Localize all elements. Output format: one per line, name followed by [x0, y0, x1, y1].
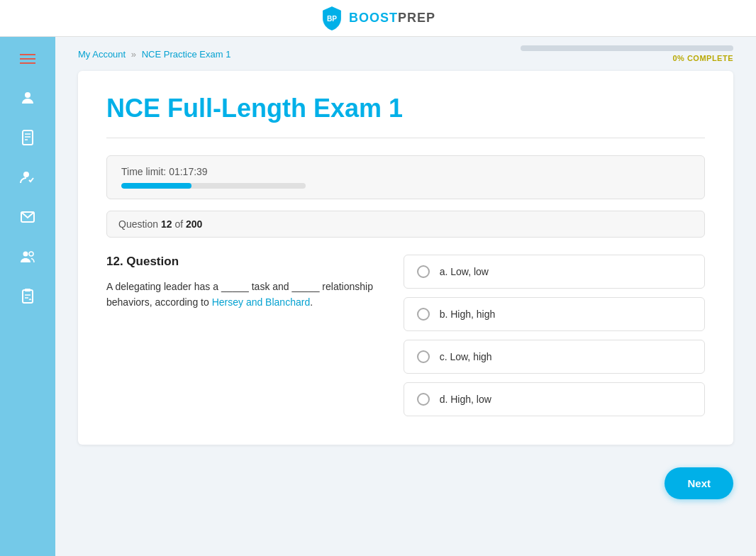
- answer-option-b[interactable]: b. High, high: [404, 297, 705, 331]
- question-counter-prefix: Question: [118, 218, 161, 230]
- next-button[interactable]: Next: [665, 467, 733, 499]
- breadcrumb: My Account » NCE Practice Exam 1: [78, 49, 230, 60]
- question-total-number: 200: [186, 218, 202, 230]
- document-icon: [19, 129, 36, 146]
- question-current-number: 12: [161, 218, 172, 230]
- sidebar-item-user-check[interactable]: [11, 160, 45, 194]
- question-counter: Question 12 of 200: [106, 211, 705, 238]
- svg-text:BP: BP: [327, 14, 337, 22]
- timer-label: Time limit: 01:17:39: [121, 166, 690, 177]
- radio-b[interactable]: [417, 308, 430, 321]
- breadcrumb-account-link[interactable]: My Account: [78, 49, 126, 60]
- logo: BP BOOSTPREP: [321, 6, 435, 31]
- sidebar-item-reports[interactable]: [11, 279, 45, 313]
- breadcrumb-bar: My Account » NCE Practice Exam 1 0% COMP…: [55, 37, 756, 65]
- answer-option-c[interactable]: c. Low, high: [404, 340, 705, 374]
- hersey-blanchard-link[interactable]: Hersey and Blanchard: [212, 296, 311, 308]
- progress-label: 0% COMPLETE: [672, 54, 733, 62]
- svg-point-1: [25, 92, 30, 98]
- radio-d[interactable]: [417, 393, 430, 406]
- report-icon: [19, 288, 36, 305]
- sidebar-item-users[interactable]: [11, 240, 45, 274]
- option-c-text: c. Low, high: [440, 351, 492, 362]
- logo-shield-icon: BP: [321, 6, 343, 31]
- timer-box: Time limit: 01:17:39: [106, 155, 705, 199]
- radio-a[interactable]: [417, 265, 430, 278]
- content-area: My Account » NCE Practice Exam 1 0% COMP…: [55, 37, 756, 556]
- envelope-icon: [19, 208, 36, 226]
- users-icon: [19, 248, 36, 265]
- timer-bar-outer: [121, 183, 306, 189]
- sidebar-item-document[interactable]: [11, 121, 45, 155]
- option-a-text: a. Low, low: [440, 266, 489, 277]
- question-text: A delegating leader has a _____ task and…: [106, 279, 381, 311]
- exam-title: NCE Full-Length Exam 1: [106, 94, 705, 123]
- progress-bar-outer: [521, 45, 733, 51]
- breadcrumb-separator: »: [131, 49, 136, 60]
- next-btn-container: Next: [55, 456, 756, 511]
- sidebar: [0, 37, 55, 556]
- svg-point-9: [29, 252, 33, 256]
- breadcrumb-exam-link[interactable]: NCE Practice Exam 1: [142, 49, 231, 60]
- answer-options: a. Low, low b. High, high c. Low, high: [404, 255, 705, 416]
- logo-text: BOOSTPREP: [349, 11, 435, 26]
- radio-c[interactable]: [417, 350, 430, 363]
- timer-bar-inner: [121, 183, 191, 189]
- svg-point-8: [23, 252, 28, 257]
- svg-rect-11: [25, 289, 30, 291]
- answer-option-a[interactable]: a. Low, low: [404, 255, 705, 289]
- sidebar-item-user[interactable]: [11, 81, 45, 115]
- progress-bar-container: 0% COMPLETE: [521, 45, 733, 62]
- top-header: BP BOOSTPREP: [0, 0, 756, 37]
- exam-divider: [106, 138, 705, 138]
- question-number-title: 12. Question: [106, 255, 381, 269]
- question-left: 12. Question A delegating leader has a _…: [106, 255, 381, 416]
- exam-card: NCE Full-Length Exam 1 Time limit: 01:17…: [78, 71, 733, 445]
- user-check-icon: [19, 169, 36, 186]
- svg-rect-2: [23, 130, 33, 145]
- sidebar-menu-button[interactable]: [14, 48, 41, 70]
- question-counter-middle: of: [172, 218, 186, 230]
- option-b-text: b. High, high: [440, 308, 496, 320]
- sidebar-item-messages[interactable]: [11, 200, 45, 234]
- answer-option-d[interactable]: d. High, low: [404, 382, 705, 416]
- user-icon: [19, 89, 36, 106]
- question-area: 12. Question A delegating leader has a _…: [106, 255, 705, 416]
- svg-point-6: [23, 172, 29, 177]
- svg-rect-10: [23, 290, 33, 303]
- option-d-text: d. High, low: [440, 394, 491, 405]
